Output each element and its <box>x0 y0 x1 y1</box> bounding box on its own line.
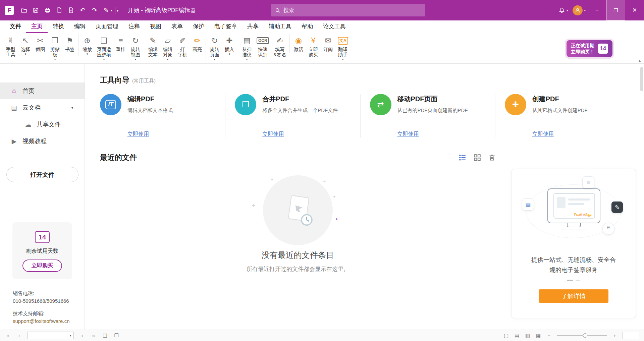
menu-tab-edit[interactable]: 编辑 <box>69 20 91 33</box>
ribbon-item-rotate-view[interactable]: ↻ 旋转 视图 ▾ <box>128 34 143 62</box>
continuous-view-icon[interactable]: ▤ <box>514 333 520 339</box>
zoom-out-icon[interactable]: − <box>546 333 552 338</box>
menu-tab-form[interactable]: 表单 <box>166 20 188 33</box>
ribbon-item-activate[interactable]: ◉ 激活 <box>289 34 306 53</box>
ribbon-item-reflow[interactable]: ≡ 重排 <box>113 34 128 53</box>
ribbon-item-edit-text[interactable]: ✎ 编辑 文本 <box>144 34 160 58</box>
trial-days-count: 14 <box>598 44 608 54</box>
sign-pen-icon[interactable]: ✎ <box>100 4 112 16</box>
ribbon-item-insert[interactable]: ✚ 插入 ▾ <box>222 34 237 56</box>
ribbon-item-fit-page[interactable]: ❑ 页面适 应选项 ▾ <box>95 34 113 62</box>
ribbon-item-fill-sign[interactable]: ✍ 填写 &签名 <box>271 34 288 58</box>
zoom-in-icon[interactable]: + <box>612 333 618 338</box>
menu-tab-paper-tools[interactable]: 论文工具 <box>318 20 351 33</box>
next-page-button[interactable]: › <box>79 333 85 338</box>
sidebar-item-cloud-docs[interactable]: ▤ 云文档 ▾ <box>0 99 85 116</box>
user-avatar[interactable] <box>573 5 583 15</box>
search-box[interactable] <box>271 4 425 16</box>
page-dropdown-icon[interactable]: ▾ <box>67 334 73 337</box>
zoom-slider[interactable] <box>557 335 607 336</box>
ribbon-item-subscribe[interactable]: ✉ 订阅 <box>321 34 335 53</box>
use-now-link[interactable]: 立即使用 <box>127 131 219 138</box>
search-input[interactable] <box>283 7 421 13</box>
esign-illustration: Foxit eSign ▤ ≡ ✎ ❞ <box>523 180 624 247</box>
ribbon-item-translate[interactable]: 文A 翻译 助手 ▾ <box>335 34 351 62</box>
account-dropdown-icon[interactable]: ▾ <box>584 9 586 12</box>
learn-more-button[interactable]: 了解详情 <box>539 289 608 303</box>
ribbon-item-edit-object[interactable]: ▱ 编辑 对象 ▾ <box>160 34 175 62</box>
ribbon-item-clipboard[interactable]: ❐ 剪贴 板 ▾ <box>48 34 62 62</box>
use-now-link[interactable]: 立即使用 <box>262 131 354 138</box>
menu-tab-view[interactable]: 视图 <box>145 20 166 33</box>
ribbon-item-from-scanner[interactable]: ▤ 从扫 描仪 ▾ <box>238 34 254 62</box>
support-email-address[interactable]: support@foxitsoftware.cn <box>13 317 85 325</box>
fill-sign-icon: ✍ <box>275 35 285 47</box>
last-page-button[interactable]: » <box>91 333 97 338</box>
first-page-button[interactable]: « <box>5 333 11 338</box>
export-icon[interactable] <box>65 4 77 16</box>
ribbon-item-buy-now[interactable]: ¥ 立即 购买 <box>306 34 321 58</box>
ribbon-item-snapshot[interactable]: ✂ 截图 <box>33 34 48 53</box>
menu-tab-esign[interactable]: 电子签章 <box>209 20 242 33</box>
facing-continuous-view-icon[interactable]: ▦ <box>535 333 541 339</box>
ribbon-item-zoom[interactable]: ⊕ 缩放 ▾ <box>78 34 95 56</box>
menu-tab-help[interactable]: 帮助 <box>297 20 318 33</box>
notifications-bell-icon[interactable] <box>556 4 568 16</box>
facing-view-icon[interactable]: ▥ <box>525 333 531 339</box>
vertical-scrollbar[interactable] <box>640 67 643 322</box>
scrollbar-thumb[interactable] <box>640 67 643 91</box>
carousel-dot-active[interactable] <box>567 280 573 281</box>
collapse-ribbon-icon[interactable]: ▴ <box>639 58 641 63</box>
grid-view-icon[interactable] <box>474 154 481 161</box>
carousel-dot[interactable] <box>576 280 580 281</box>
previous-page-button[interactable]: ‹ <box>16 333 22 338</box>
redo-icon[interactable]: ↷ <box>89 4 100 16</box>
zoom-slider-thumb[interactable] <box>583 333 587 338</box>
menu-tab-accessibility[interactable]: 辅助工具 <box>264 20 297 33</box>
previous-view-button[interactable]: ❏ <box>102 333 108 339</box>
open-file-button[interactable]: 打开文件 <box>6 167 78 182</box>
print-icon[interactable] <box>42 4 53 16</box>
reflow-icon: ≡ <box>116 35 126 47</box>
sidebar-item-video-tutorials[interactable]: ▶ 视频教程 <box>0 133 85 150</box>
next-view-button[interactable]: ❐ <box>113 333 119 339</box>
ribbon-item-select[interactable]: ↖ 选择 ▾ <box>18 34 33 56</box>
ribbon-item-quick-ocr[interactable]: OCR 快速 识别 <box>254 34 271 58</box>
list-view-icon[interactable] <box>459 154 466 161</box>
save-as-icon[interactable] <box>53 4 65 16</box>
menu-tab-page-management[interactable]: 页面管理 <box>91 20 123 33</box>
use-now-link[interactable]: 立即使用 <box>397 131 489 138</box>
menu-tab-comment[interactable]: 注释 <box>123 20 145 33</box>
insert-icon: ✚ <box>224 35 234 47</box>
close-window-button[interactable]: ✕ <box>625 0 644 20</box>
menu-tab-home[interactable]: 主页 <box>26 20 48 33</box>
page-number-input[interactable] <box>28 333 67 338</box>
ribbon-item-rotate-pages[interactable]: ↻ 旋转 页面 ▾ <box>206 34 222 62</box>
customize-toolbar-icon[interactable]: ▾ <box>117 8 119 13</box>
menu-tab-file[interactable]: 文件 <box>5 20 26 33</box>
clear-recent-trash-icon[interactable] <box>488 154 496 161</box>
chevron-down-icon[interactable]: ▾ <box>71 106 73 110</box>
open-folder-icon[interactable] <box>18 4 30 16</box>
single-page-view-icon[interactable]: ▢ <box>503 333 509 339</box>
undo-icon[interactable]: ↶ <box>77 4 89 16</box>
ribbon-item-bookmark[interactable]: ⚑ 书签 <box>62 34 77 53</box>
ribbon-item-hand-tool[interactable]: ✌ 手型 工具 <box>3 34 18 58</box>
search-icon <box>275 8 280 13</box>
sidebar-item-shared-files[interactable]: ☁ 共享文件 <box>0 116 85 133</box>
ribbon-item-highlight[interactable]: ✏ 高亮 <box>190 34 205 53</box>
trial-period-badge[interactable]: 正在试用期 立即购买！ 14 <box>567 40 612 57</box>
zoom-percentage-input[interactable] <box>623 332 639 339</box>
restore-window-button[interactable]: ❐ <box>606 0 625 20</box>
titlebar: F ↶ ↷ ✎ ▾ ▾ 开始 - 福昕高级PDF编辑器 ▾ ▾ − ❐ ✕ <box>0 0 644 20</box>
page-number-box[interactable]: ▾ <box>28 332 74 339</box>
sidebar-item-home[interactable]: ⌂ 首页 <box>0 82 85 99</box>
buy-now-button[interactable]: 立即购买 <box>22 260 62 272</box>
ribbon-item-typewriter[interactable]: ✐ 打 字机 <box>175 34 190 58</box>
menu-tab-share[interactable]: 共享 <box>242 20 264 33</box>
use-now-link[interactable]: 立即使用 <box>532 131 624 138</box>
menu-tab-protect[interactable]: 保护 <box>188 20 209 33</box>
minimize-window-button[interactable]: − <box>588 0 606 20</box>
save-icon[interactable] <box>30 4 42 16</box>
menu-tab-convert[interactable]: 转换 <box>48 20 69 33</box>
